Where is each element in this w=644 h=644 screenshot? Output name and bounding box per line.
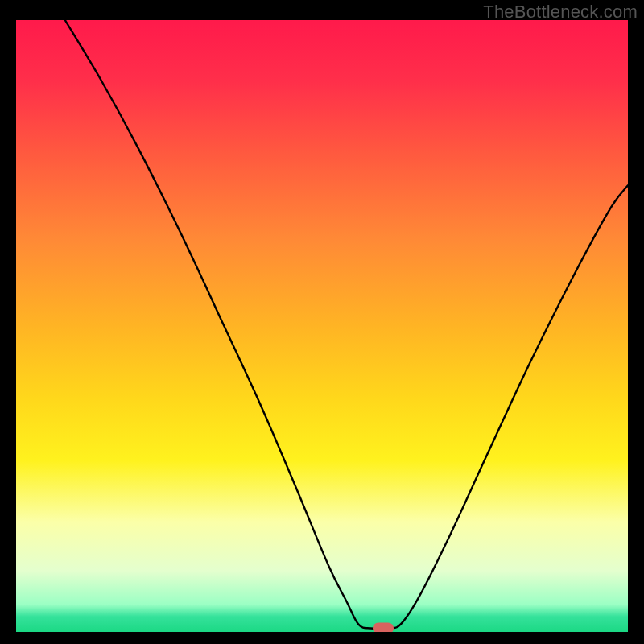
watermark-label: TheBottleneck.com	[483, 2, 638, 23]
chart-container: TheBottleneck.com	[0, 0, 644, 644]
plot-frame	[16, 20, 628, 632]
chart-svg	[16, 20, 628, 632]
gradient-background	[16, 20, 628, 632]
optimal-point-marker	[373, 622, 394, 632]
